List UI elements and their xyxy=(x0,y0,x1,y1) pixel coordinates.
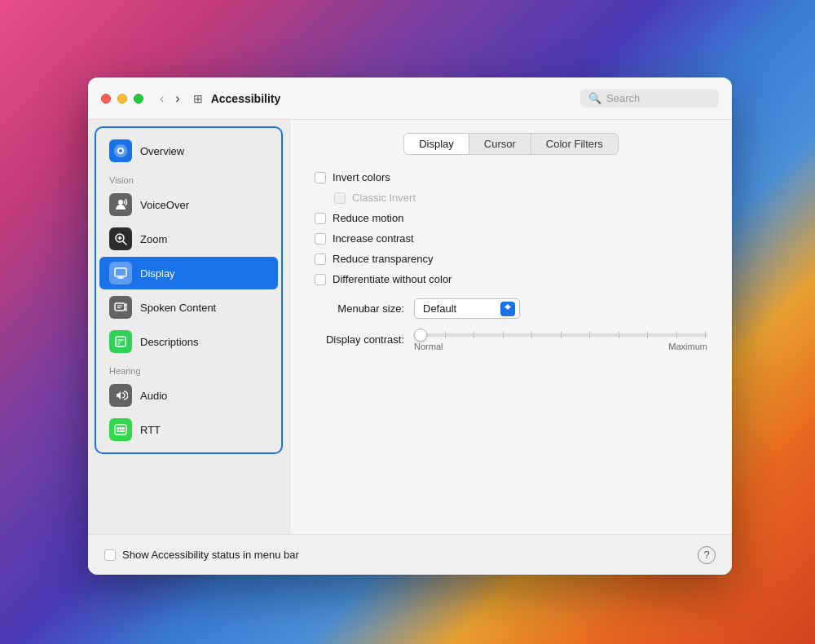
descriptions-label: Descriptions xyxy=(140,336,199,348)
increase-contrast-row: Increase contrast xyxy=(315,232,707,245)
content-area: Overview Vision VoiceOver xyxy=(88,120,732,534)
descriptions-icon xyxy=(109,330,132,353)
sidebar: Overview Vision VoiceOver xyxy=(95,126,283,454)
differentiate-without-color-checkbox[interactable] xyxy=(315,274,326,285)
main-panel: Display Cursor Color Filters Invert colo… xyxy=(290,120,732,534)
show-status-label: Show Accessibility status in menu bar xyxy=(122,549,299,561)
svg-line-4 xyxy=(123,241,126,245)
display-contrast-slider-container: Normal Maximum xyxy=(414,327,707,351)
audio-icon xyxy=(109,384,132,407)
tabs-bar: Display Cursor Color Filters xyxy=(290,120,732,155)
svg-rect-10 xyxy=(115,303,125,311)
classic-invert-label: Classic Invert xyxy=(352,192,416,204)
svg-rect-21 xyxy=(117,430,119,432)
vision-section-header: Vision xyxy=(99,169,278,188)
menubar-size-select-wrapper: Default Large xyxy=(414,298,520,319)
forward-button[interactable]: › xyxy=(172,90,183,107)
voiceover-label: VoiceOver xyxy=(140,199,189,211)
increase-contrast-checkbox[interactable] xyxy=(315,233,326,245)
reduce-transparency-label: Reduce transparency xyxy=(333,253,434,265)
bottom-bar: Show Accessibility status in menu bar ? xyxy=(88,534,732,575)
settings-content: Invert colors Classic Invert Reduce moti… xyxy=(290,155,732,534)
display-contrast-thumb[interactable] xyxy=(414,329,427,342)
rtt-label: RTT xyxy=(140,424,161,436)
sidebar-item-voiceover[interactable]: VoiceOver xyxy=(99,188,278,221)
help-button[interactable]: ? xyxy=(698,546,716,564)
rtt-icon xyxy=(109,418,132,441)
sidebar-item-descriptions[interactable]: Descriptions xyxy=(99,325,278,358)
tab-cursor[interactable]: Cursor xyxy=(469,134,531,154)
search-icon: 🔍 xyxy=(588,92,601,104)
differentiate-without-color-row: Differentiate without color xyxy=(315,273,707,285)
grid-icon[interactable]: ⊞ xyxy=(193,92,203,105)
spoken-content-label: Spoken Content xyxy=(140,302,216,314)
main-window: ‹ › ⊞ Accessibility 🔍 Search xyxy=(88,77,732,575)
titlebar: ‹ › ⊞ Accessibility 🔍 Search xyxy=(88,77,732,120)
sidebar-item-display[interactable]: Display xyxy=(99,257,278,289)
svg-rect-22 xyxy=(120,430,126,432)
display-contrast-label: Display contrast: xyxy=(315,333,404,346)
spoken-content-icon xyxy=(109,296,132,319)
svg-rect-19 xyxy=(120,427,122,430)
sidebar-item-zoom[interactable]: Zoom xyxy=(99,223,278,255)
show-status-checkbox[interactable] xyxy=(104,549,116,561)
overview-label: Overview xyxy=(140,145,184,157)
classic-invert-checkbox[interactable] xyxy=(334,192,346,204)
reduce-transparency-row: Reduce transparency xyxy=(315,253,707,265)
audio-label: Audio xyxy=(140,390,167,402)
reduce-motion-row: Reduce motion xyxy=(315,212,707,224)
close-button[interactable] xyxy=(101,94,111,104)
increase-contrast-label: Increase contrast xyxy=(333,232,414,245)
svg-point-2 xyxy=(118,200,123,205)
svg-rect-7 xyxy=(115,268,126,276)
sidebar-item-overview[interactable]: Overview xyxy=(99,135,278,167)
reduce-transparency-checkbox[interactable] xyxy=(315,254,326,265)
invert-colors-row: Invert colors xyxy=(315,171,707,183)
svg-rect-18 xyxy=(117,427,119,430)
tab-color-filters[interactable]: Color Filters xyxy=(531,134,618,154)
voiceover-icon xyxy=(109,193,132,216)
menubar-size-select[interactable]: Default Large xyxy=(414,298,520,319)
sidebar-item-spoken-content[interactable]: Spoken Content xyxy=(99,291,278,324)
classic-invert-row: Classic Invert xyxy=(334,192,707,204)
minimize-button[interactable] xyxy=(117,94,127,104)
display-contrast-track xyxy=(414,333,707,337)
menubar-size-label: Menubar size: xyxy=(315,302,404,315)
invert-colors-checkbox[interactable] xyxy=(315,172,326,183)
overview-icon xyxy=(109,139,132,162)
display-icon xyxy=(109,262,132,285)
slider-min-label: Normal xyxy=(414,342,443,351)
svg-point-1 xyxy=(119,149,122,152)
slider-labels: Normal Maximum xyxy=(414,342,707,351)
zoom-icon xyxy=(109,227,132,250)
search-placeholder: Search xyxy=(606,92,640,104)
differentiate-without-color-label: Differentiate without color xyxy=(333,273,452,285)
display-contrast-row: Display contrast: xyxy=(315,327,707,351)
display-label: Display xyxy=(140,267,175,280)
zoom-label: Zoom xyxy=(140,233,167,245)
hearing-section-header: Hearing xyxy=(99,359,278,379)
maximize-button[interactable] xyxy=(134,94,143,104)
reduce-motion-label: Reduce motion xyxy=(333,212,403,224)
svg-rect-20 xyxy=(122,427,125,430)
slider-max-label: Maximum xyxy=(668,342,707,351)
sidebar-item-rtt[interactable]: RTT xyxy=(99,413,278,446)
back-button[interactable]: ‹ xyxy=(156,90,167,107)
traffic-lights xyxy=(101,94,143,104)
sidebar-item-audio[interactable]: Audio xyxy=(99,379,278,412)
reduce-motion-checkbox[interactable] xyxy=(315,213,326,224)
tab-group: Display Cursor Color Filters xyxy=(403,133,619,155)
invert-colors-label: Invert colors xyxy=(333,171,390,183)
nav-buttons: ‹ › xyxy=(156,90,183,107)
window-title: Accessibility xyxy=(211,92,281,105)
menubar-size-row: Menubar size: Default Large xyxy=(315,298,707,319)
show-status-row: Show Accessibility status in menu bar xyxy=(104,549,299,561)
search-box[interactable]: 🔍 Search xyxy=(580,89,719,108)
tab-display[interactable]: Display xyxy=(404,134,469,154)
